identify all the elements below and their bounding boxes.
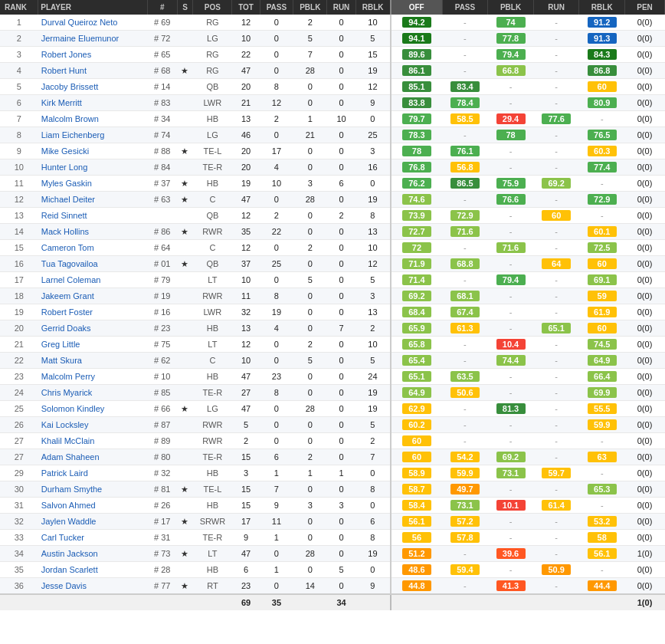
player-name[interactable]: Khalil McClain: [38, 433, 148, 449]
player-name[interactable]: Malcolm Perry: [38, 369, 148, 385]
rblk2-score: 55.5: [579, 401, 625, 417]
rank-cell: 24: [0, 385, 38, 401]
player-name[interactable]: Robert Jones: [38, 47, 148, 63]
pblk2-score: 79.4: [488, 47, 534, 63]
pass2-score: -: [442, 272, 488, 288]
pass2-score: -: [442, 31, 488, 47]
rblk2-score: 86.8: [579, 63, 625, 79]
player-name[interactable]: Solomon Kindley: [38, 401, 148, 417]
pass2-score: 49.7: [442, 481, 488, 498]
rblk-cell: 12: [355, 79, 391, 95]
pen-cell: 0(0): [625, 159, 665, 176]
pblk-cell: 0: [293, 514, 327, 530]
player-name[interactable]: Tua Tagovailoa: [38, 256, 148, 272]
player-name[interactable]: Liam Eichenberg: [38, 127, 148, 143]
tot-cell: 10: [232, 31, 260, 47]
pblk2-score: -: [488, 208, 534, 224]
run2-score: -: [533, 353, 579, 369]
pen-cell: 0(0): [625, 47, 665, 63]
pen-cell: 0(0): [625, 514, 665, 530]
player-name[interactable]: Mack Hollins: [38, 224, 148, 240]
player-num: # 19: [147, 288, 177, 304]
player-name[interactable]: Malcolm Brown: [38, 111, 148, 127]
pass-cell: 23: [260, 369, 293, 385]
player-name[interactable]: Robert Hunt: [38, 63, 148, 79]
player-name[interactable]: Kai Locksley: [38, 417, 148, 433]
player-name[interactable]: Greg Little: [38, 337, 148, 353]
player-name[interactable]: Matt Skura: [38, 353, 148, 369]
star-cell: [177, 562, 193, 578]
player-name[interactable]: Salvon Ahmed: [38, 498, 148, 514]
run-cell: 0: [327, 79, 355, 95]
pen-cell: 0(0): [625, 433, 665, 449]
pos-cell: RWR: [193, 288, 232, 304]
player-name[interactable]: Robert Foster: [38, 304, 148, 320]
rblk-cell: 0: [355, 562, 391, 578]
player-name[interactable]: Reid Sinnett: [38, 208, 148, 224]
pblk2-score: -: [488, 514, 534, 530]
player-name[interactable]: Austin Jackson: [38, 546, 148, 562]
tot-cell: 35: [232, 224, 260, 240]
player-name[interactable]: Jaylen Waddle: [38, 514, 148, 530]
pen-cell: 0(0): [625, 143, 665, 159]
pass-cell: 9: [260, 498, 293, 514]
pblk2-score: -: [488, 481, 534, 498]
rank-cell: 12: [0, 192, 38, 208]
player-name[interactable]: Hunter Long: [38, 159, 148, 176]
run2-score: -: [533, 385, 579, 401]
player-name[interactable]: Adam Shaheen: [38, 449, 148, 465]
table-row: 13 Reid Sinnett QB 12 2 0 2 8 73.9 72.9 …: [0, 208, 665, 224]
pos-cell: TE-R: [193, 385, 232, 401]
tot-cell: 12: [232, 240, 260, 256]
run2-score: -: [533, 546, 579, 562]
off-score: 60: [391, 449, 442, 465]
run2-score: 50.9: [533, 562, 579, 578]
player-num: # 16: [147, 304, 177, 320]
player-name[interactable]: Patrick Laird: [38, 465, 148, 481]
run-cell: 0: [327, 417, 355, 433]
player-name[interactable]: Gerrid Doaks: [38, 320, 148, 337]
player-name[interactable]: Durval Queiroz Neto: [38, 15, 148, 31]
run-cell: 0: [327, 47, 355, 63]
pblk-cell: 2: [293, 240, 327, 256]
pen-cell: 0(0): [625, 320, 665, 337]
pass-cell: 19: [260, 304, 293, 320]
player-name[interactable]: Jesse Davis: [38, 578, 148, 595]
pass2-score: 50.6: [442, 385, 488, 401]
pen-cell: 0(0): [625, 224, 665, 240]
off-score: 64.9: [391, 385, 442, 401]
player-name[interactable]: Jakeem Grant: [38, 288, 148, 304]
player-name[interactable]: Cameron Tom: [38, 240, 148, 256]
player-name[interactable]: Carl Tucker: [38, 530, 148, 546]
pen-cell: 0(0): [625, 288, 665, 304]
player-name[interactable]: Myles Gaskin: [38, 176, 148, 192]
pass-cell: 0: [260, 417, 293, 433]
off-score: 74.6: [391, 192, 442, 208]
player-name[interactable]: Kirk Merritt: [38, 95, 148, 111]
rblk-cell: 10: [355, 15, 391, 31]
footer-run: 34: [327, 594, 355, 610]
player-name[interactable]: Michael Deiter: [38, 192, 148, 208]
rank-cell: 11: [0, 176, 38, 192]
player-name[interactable]: Larnel Coleman: [38, 272, 148, 288]
tot-cell: 20: [232, 143, 260, 159]
rblk-cell: 5: [355, 417, 391, 433]
pen-cell: 0(0): [625, 127, 665, 143]
pen-cell: 0(0): [625, 353, 665, 369]
rank-cell: 23: [0, 369, 38, 385]
player-name[interactable]: Chris Myarick: [38, 385, 148, 401]
off-score: 79.7: [391, 111, 442, 127]
pen-cell: 0(0): [625, 369, 665, 385]
player-name[interactable]: Jermaine Eluemunor: [38, 31, 148, 47]
player-name[interactable]: Mike Gesicki: [38, 143, 148, 159]
player-name[interactable]: Jacoby Brissett: [38, 79, 148, 95]
star-cell: ★: [177, 256, 193, 272]
pass2-score: 56.8: [442, 159, 488, 176]
rank-cell: 15: [0, 240, 38, 256]
pass2-score: -: [442, 546, 488, 562]
player-name[interactable]: Durham Smythe: [38, 481, 148, 498]
pass-cell: 0: [260, 15, 293, 31]
rblk-cell: 0: [355, 111, 391, 127]
player-name[interactable]: Jordan Scarlett: [38, 562, 148, 578]
rank-cell: 5: [0, 79, 38, 95]
